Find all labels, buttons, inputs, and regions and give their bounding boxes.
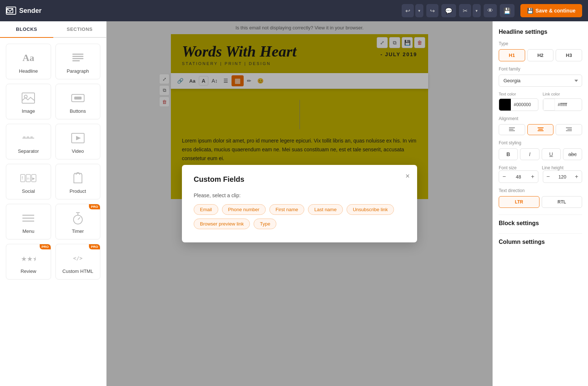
sidebar-item-separator[interactable]: Separator [6,124,51,159]
tools-dropdown-button[interactable]: ▾ [473,4,481,17]
ltr-button[interactable]: LTR [499,196,539,208]
sidebar-item-menu[interactable]: Menu [6,204,51,239]
modal-chips: Email Phone number First name Last name … [194,204,405,229]
bold-button[interactable]: B [499,148,518,160]
undo-dropdown-button[interactable]: ▾ [415,4,423,17]
font-styling-label: Font styling [499,140,582,145]
sidebar-item-label: Social [22,188,35,194]
save-continue-button[interactable]: 💾 Save & continue [520,4,582,17]
svg-rect-10 [23,137,25,137]
line-height-decrease[interactable]: − [543,171,553,183]
link-color-swatch[interactable] [543,99,555,111]
h1-button[interactable]: H1 [499,49,525,61]
strikethrough-button[interactable]: abc [563,148,582,160]
canvas-area: Is this email not displaying correctly? … [107,21,492,386]
block-settings-title: Block settings [499,220,582,227]
tab-blocks[interactable]: BLOCKS [0,21,53,38]
sidebar-item-label: Timer [72,228,84,234]
h2-button[interactable]: H2 [527,49,554,61]
sidebar-item-social[interactable]: fin▶ Social [6,164,51,199]
svg-rect-5 [22,93,35,103]
line-height-control: − 120 + [543,170,582,183]
chip-lastname[interactable]: Last name [308,204,343,215]
logo-icon [6,7,16,15]
align-center-button[interactable] [527,124,554,135]
custom-html-icon: </> [73,251,82,266]
redo-button[interactable]: ↪ [426,4,438,17]
font-size-value: 48 [509,174,528,180]
sidebar-item-buttons[interactable]: Buttons [55,84,101,119]
sidebar-item-label: Buttons [70,108,86,114]
text-color-col: Text color #000000 [499,92,538,111]
nav-undo-group: ↩ ▾ [402,4,423,17]
logo: Sender [6,7,42,15]
chip-email[interactable]: Email [194,204,218,215]
nav-redo-group: ↪ [426,4,438,17]
topnav: Sender ↩ ▾ ↪ 💬 ✂ ▾ 👁 💾 💾 Save & continue [0,0,588,21]
sidebar-item-review[interactable]: PRO ★★★ Review [6,244,51,279]
chip-type[interactable]: Type [254,219,276,229]
sidebar-item-product[interactable]: Product [55,164,101,199]
headline-icon: Aa [22,51,34,65]
comments-button[interactable]: 💬 [441,4,456,17]
sidebar-item-paragraph[interactable]: Paragraph [55,44,101,79]
save-icon: 💾 [527,8,533,14]
undo-button[interactable]: ↩ [402,4,414,17]
tab-sections[interactable]: SECTIONS [53,21,107,37]
type-label: Type [499,41,582,46]
sidebar-item-label: Video [72,148,84,154]
font-family-label: Font family [499,66,582,72]
image-icon [22,91,35,105]
sidebar-item-custom-html[interactable]: PRO </> Custom HTML [55,244,101,279]
panel-divider-2 [499,233,582,234]
chip-browser-preview[interactable]: Browser preview link [194,219,250,229]
link-color-input: #ffffff [543,98,582,111]
product-icon [72,171,83,185]
line-height-increase[interactable]: + [571,171,582,183]
sidebar-item-label: Review [21,268,36,274]
rtl-button[interactable]: RTL [542,196,582,208]
chip-firstname[interactable]: First name [269,204,304,215]
svg-text:f: f [22,176,23,181]
preview-button[interactable]: 👁 [484,4,497,17]
font-size-decrease[interactable]: − [499,171,509,183]
chip-unsubscribe[interactable]: Unsubscribe link [347,204,394,215]
underline-button[interactable]: U [542,148,561,160]
main-layout: BLOCKS SECTIONS Aa Headline Paragraph [0,21,588,386]
text-color-swatch[interactable] [499,99,511,111]
text-color-hex[interactable]: #000000 [511,102,537,107]
custom-fields-modal: Custom Fields × Please, select a clip: E… [182,165,417,242]
font-family-select[interactable]: Georgia [499,75,582,87]
svg-rect-11 [27,137,29,137]
align-right-button[interactable] [556,124,582,135]
font-size-increase[interactable]: + [528,171,538,183]
modal-close-button[interactable]: × [405,172,410,180]
sidebar-item-label: Headline [19,68,38,74]
review-icon: ★★★ [21,251,36,266]
link-color-hex[interactable]: #ffffff [555,102,581,107]
italic-button[interactable]: I [520,148,539,160]
h3-button[interactable]: H3 [556,49,582,61]
sidebar-item-label: Image [22,108,35,114]
paragraph-icon [72,51,84,65]
modal-instruction: Please, select a clip: [194,192,405,198]
svg-marker-14 [76,136,81,140]
sidebar-item-timer[interactable]: PRO Timer [55,204,101,239]
save-draft-button[interactable]: 💾 [500,4,514,17]
sidebar-grid: Aa Headline Paragraph Image [0,38,106,285]
buttons-icon [71,91,85,105]
sidebar-item-headline[interactable]: Aa Headline [6,44,51,79]
sidebar-item-video[interactable]: Video [55,124,101,159]
svg-text:in: in [27,177,29,180]
sidebar-item-image[interactable]: Image [6,84,51,119]
chip-phone[interactable]: Phone number [222,204,266,215]
save-continue-label: Save & continue [535,8,576,14]
timer-icon [72,211,84,226]
align-left-button[interactable] [499,124,525,135]
tools-button[interactable]: ✂ [459,4,471,17]
pro-badge: PRO [89,204,100,209]
type-buttons: H1 H2 H3 [499,49,582,61]
video-icon [71,131,85,145]
column-settings-title: Column settings [499,239,582,245]
pro-badge: PRO [40,244,51,249]
